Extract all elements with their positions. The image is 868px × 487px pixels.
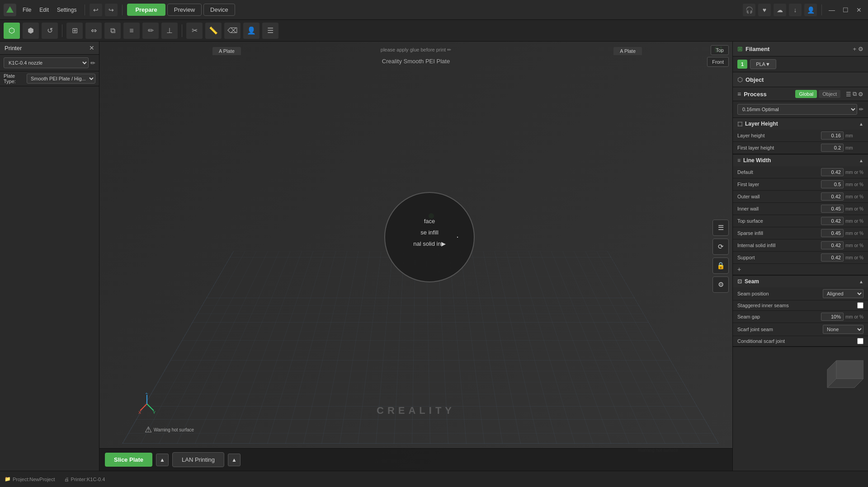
line-width-add-button[interactable]: + [737, 266, 741, 273]
toolbar-measure[interactable]: 📏 [205, 23, 222, 39]
process-tabs: Global Object [795, 90, 840, 98]
object-list-button[interactable]: ☰ [712, 220, 729, 236]
toolbar-wipe[interactable]: ⌫ [224, 23, 241, 39]
redo-button[interactable]: ↪ [105, 4, 118, 16]
toolbar-cut[interactable]: ✂ [186, 23, 203, 39]
process-edit-button[interactable]: ✏ [859, 106, 863, 112]
toolbar-arrange[interactable]: ⊞ [66, 23, 83, 39]
circular-menu-infill[interactable]: se infill [417, 228, 442, 237]
conditional-scarf-checkbox[interactable] [857, 338, 863, 344]
seam-gap-value[interactable]: 10% [821, 313, 844, 321]
heart-icon[interactable]: ♥ [758, 4, 771, 16]
tab-object[interactable]: Object [819, 90, 840, 98]
headset-icon[interactable]: 🎧 [743, 4, 755, 16]
toolbar-select[interactable]: ⬡ [4, 23, 20, 39]
line-width-outer-wall-value[interactable]: 0.42 [821, 192, 844, 201]
settings-button[interactable]: ⚙ [712, 276, 729, 293]
maximize-button[interactable]: ☐ [840, 5, 851, 15]
filament-settings-button[interactable]: ⚙ [858, 46, 863, 52]
slice-expand-button[interactable]: ▲ [156, 454, 169, 466]
3d-canvas[interactable]: A Plate A Plate please apply glue before… [99, 42, 732, 471]
line-width-default-value[interactable]: 0.42 [821, 168, 844, 176]
filament-number-button[interactable]: 1 [737, 60, 747, 69]
undo-button[interactable]: ↩ [90, 4, 102, 16]
first-layer-height-value[interactable]: 0.2 [821, 144, 844, 152]
sep3 [821, 5, 822, 15]
line-width-first-layer-value[interactable]: 0.5 [821, 180, 844, 188]
tab-global[interactable]: Global [795, 90, 817, 98]
menu-edit[interactable]: Edit [36, 5, 52, 15]
line-width-solid-infill-value[interactable]: 0.42 [821, 241, 844, 249]
pla-select-button[interactable]: PLA▼ [750, 59, 776, 69]
close-button[interactable]: ✕ [854, 5, 864, 15]
scarf-joint-label: Scarf joint seam [737, 327, 823, 332]
filament-add-button[interactable]: + [853, 46, 856, 52]
layer-height-value[interactable]: 0.16 [821, 131, 844, 140]
toolbar-rotate[interactable]: ↺ [42, 23, 58, 39]
menu-settings[interactable]: Settings [53, 5, 80, 15]
plate-tab-left: A Plate [212, 47, 241, 55]
seam-position-select[interactable]: Aligned Random Nearest Rear [823, 289, 863, 298]
seam-chevron: ▲ [859, 279, 863, 284]
user-icon[interactable]: 👤 [804, 4, 817, 16]
toolbar-menu[interactable]: ☰ [262, 23, 278, 39]
toolbar-person[interactable]: 👤 [243, 23, 259, 39]
project-icon: 📁 [5, 476, 11, 482]
nozzle-edit-button[interactable]: ✏ [90, 60, 95, 66]
scarf-joint-row: Scarf joint seam None External All [733, 323, 868, 336]
line-width-support-row: Support 0.42 mm or % [733, 252, 868, 264]
printer-panel-close[interactable]: ✕ [89, 44, 94, 52]
layer-height-chevron: ▲ [859, 122, 863, 126]
svg-text:Z: Z [146, 393, 148, 395]
line-width-header[interactable]: ≡ Line Width ▲ [733, 155, 868, 166]
scarf-joint-select[interactable]: None External All [823, 325, 863, 334]
circular-context-menu[interactable]: face se infill nal solid in▶ [384, 192, 475, 282]
plate-type-select[interactable]: Smooth PEI Plate / Hig... [27, 74, 95, 84]
toolbar-move[interactable]: ⬢ [23, 23, 39, 39]
line-width-outer-wall-label: Outer wall [737, 194, 821, 199]
circular-menu-face[interactable]: face [420, 216, 439, 226]
lan-expand-button[interactable]: ▲ [228, 454, 241, 466]
prepare-button[interactable]: Prepare [127, 4, 165, 16]
line-width-sparse-infill-row: Sparse infill 0.45 mm or % [733, 227, 868, 239]
layer-height-header[interactable]: ⬚ Layer Height ▲ [733, 118, 868, 130]
minimize-button[interactable]: — [826, 5, 837, 15]
seam-header[interactable]: ⊡ Seam ▲ [733, 276, 868, 287]
download-icon[interactable]: ↓ [789, 4, 802, 16]
preview-button[interactable]: Preview [167, 4, 202, 16]
cloud-icon[interactable]: ☁ [774, 4, 786, 16]
toolbar-layer[interactable]: ≡ [123, 23, 140, 39]
toolbar-copy[interactable]: ⧉ [104, 23, 121, 39]
line-width-sparse-infill-value[interactable]: 0.45 [821, 229, 844, 237]
toolbar-support[interactable]: ⊥ [161, 23, 178, 39]
menu-file[interactable]: File [19, 5, 35, 15]
first-layer-height-row: First layer height 0.2 mm [733, 142, 868, 154]
plate-type-label: Plate Type: [4, 73, 25, 84]
process-copy-button[interactable]: ⧉ [853, 90, 857, 98]
nozzle-select[interactable]: K1C-0.4 nozzle [4, 57, 89, 68]
action-bar: Slice Plate ▲ LAN Printing ▲ [99, 448, 732, 471]
view-controls: Top Front [707, 45, 729, 67]
line-width-support-value[interactable]: 0.42 [821, 253, 844, 262]
lock-button[interactable]: 🔒 [712, 258, 729, 274]
line-width-top-surface-value[interactable]: 0.42 [821, 217, 844, 225]
circular-menu-solid[interactable]: nal solid in▶ [410, 239, 449, 248]
line-width-solid-infill-row: Internal solid infill 0.42 mm or % [733, 239, 868, 252]
process-settings-button[interactable]: ⚙ [858, 90, 863, 98]
svg-line-2 [147, 404, 154, 411]
conditional-scarf-row: Conditional scarf joint [733, 336, 868, 347]
seam-icon: ⊡ [737, 278, 742, 285]
process-profile-select[interactable]: 0.16mm Optimal [737, 104, 857, 115]
front-view-button[interactable]: Front [707, 57, 729, 67]
lan-printing-button[interactable]: LAN Printing [172, 452, 224, 467]
line-width-default-label: Default [737, 169, 821, 175]
top-view-button[interactable]: Top [711, 45, 729, 55]
slice-plate-button[interactable]: Slice Plate [105, 453, 152, 467]
process-list-button[interactable]: ☰ [846, 90, 851, 98]
staggered-seams-checkbox[interactable] [857, 302, 863, 309]
device-button[interactable]: Device [203, 4, 235, 16]
toolbar-paint[interactable]: ✏ [142, 23, 159, 39]
auto-orient-button[interactable]: ⟳ [712, 239, 729, 255]
toolbar-mirror[interactable]: ⇔ [85, 23, 102, 39]
line-width-inner-wall-value[interactable]: 0.45 [821, 205, 844, 213]
